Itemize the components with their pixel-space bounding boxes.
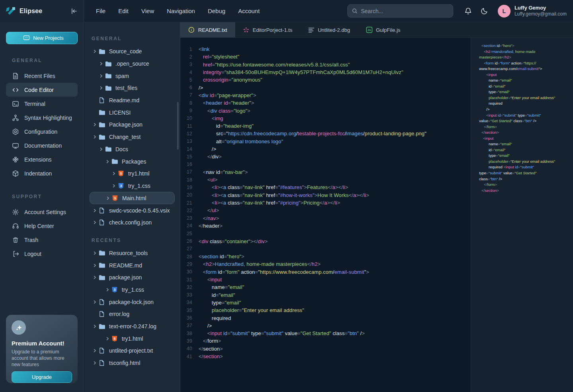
menu-item-account[interactable]: Account [232,4,266,18]
sidebar-item-terminal[interactable]: Terminal [6,97,78,111]
chevron-right-icon[interactable] [104,288,111,292]
sidebar-item-indentation[interactable]: Indentation [6,166,78,180]
menu-item-navigation[interactable]: Navigation [160,4,201,18]
chevron-right-icon[interactable] [92,361,98,365]
line-number: 14 [180,146,192,152]
chevron-right-icon[interactable] [98,86,104,90]
sidebar-item-configuration[interactable]: Configuration [6,125,78,138]
tree-item-label: README.md [109,262,142,269]
tree-item-tsconfig.html[interactable]: tsconfig.html [84,357,180,369]
chevron-right-icon[interactable] [98,74,104,78]
avatar[interactable]: L [498,5,511,18]
chevron-right-icon[interactable] [92,123,98,127]
chevron-right-icon[interactable] [111,172,117,176]
minimap[interactable]: <section id="hero"><h2>Handcrafted, home… [471,38,573,392]
sidebar-item-syntax-highlighting[interactable]: Syntax Highlighting [6,111,78,125]
tree-item-try_1.css[interactable]: 3try_1.css [84,180,180,192]
tree-item-text-error-0.247.log[interactable]: text-error-0.247.log [84,320,180,333]
tree-item-.open_source[interactable]: .open_source [84,58,180,70]
menu-item-edit[interactable]: Edit [112,4,135,18]
tree-item-package.json[interactable]: package.json [84,271,180,284]
code-text: <li><a class="nav-link" href="#pricing">… [199,200,340,206]
chevron-right-icon[interactable] [92,49,98,53]
line-number: 35 [180,308,192,313]
chevron-right-icon[interactable] [92,209,98,213]
tree-item-try1.html[interactable]: 5try1.html [84,332,180,345]
search-box[interactable] [347,4,453,18]
sidebar-item-help-center[interactable]: Help Center [6,219,78,233]
upgrade-button[interactable]: Upgrade [12,371,72,383]
tab-gulpfile-js[interactable]: JsGulpFile.js [358,22,408,37]
tree-item-try_1.css[interactable]: 3try_1.css [84,284,180,296]
dark-mode-moon-icon[interactable] [478,5,491,17]
tab-editorporject-1-ts[interactable]: EditorPorject-1.ts [235,22,300,37]
user-email: Luffy.gemoy@gmail.com [515,11,567,17]
sidebar-item-account-settings[interactable]: Account Settings [6,205,78,219]
menu-item-view[interactable]: View [135,4,160,18]
tree-item-source_code[interactable]: Source_code [84,45,180,58]
chevron-right-icon[interactable] [92,263,98,267]
sidebar-item-extensions[interactable]: Extensions [6,152,78,166]
tree-item-readme.md[interactable]: README.md [84,259,180,271]
tree-item-try1.html[interactable]: 5try1.html [84,168,180,180]
sidebar-item-logout[interactable]: Logout [6,247,78,261]
code-line: 31<input [180,276,471,283]
tree-item-test_files[interactable]: test_files [84,82,180,94]
chevron-right-icon[interactable] [92,324,98,328]
chevron-right-icon[interactable] [92,349,98,353]
chevron-right-icon[interactable] [92,220,98,224]
tree-item-licensi[interactable]: LICENSI [84,106,180,119]
tab-untlited-2-dbg[interactable]: Untlited-2.dbg [300,22,358,37]
sidebar-item-label: Documentation [24,142,62,149]
chevron-right-icon[interactable] [104,337,111,341]
tree-item-main.html[interactable]: 5Main.html [90,192,175,204]
tree-item-swdc-vscode-0.5.45.vsix[interactable]: swdc-vscode-0.5.45.vsix [84,204,180,216]
tree-item-readme.md[interactable]: Readme.md [84,94,180,107]
menu-item-debug[interactable]: Debug [201,4,232,18]
line-number: 12 [180,131,192,137]
collapse-sidebar-icon[interactable] [70,7,78,15]
code-line: 13alt="original trombones logo" [180,138,471,145]
sidebar-item-trash[interactable]: Trash [6,233,78,247]
menu-item-file[interactable]: File [90,4,112,18]
chevron-right-icon[interactable] [105,196,111,200]
tree-item-package.json[interactable]: Package.json [84,119,180,131]
code-text: crossorigin="anonymous" [199,77,262,83]
sidebar-item-recent-files[interactable]: Recent Files [6,69,78,83]
code-text: /> [199,146,216,152]
chevron-right-icon[interactable] [92,300,98,304]
hierarchy-icon [12,114,19,121]
tree-scrollbar[interactable] [177,102,179,150]
chevron-right-icon[interactable] [92,275,98,279]
tree-item-label: text-error-0.247.log [109,323,156,330]
tree-item-resuorce_tools[interactable]: Resuorce_tools [84,247,180,259]
html-icon: 5 [111,335,118,342]
chevron-right-icon[interactable] [92,135,98,139]
sidebar-item-code-editor[interactable]: Code Editor [6,83,78,97]
chevron-right-icon[interactable] [111,184,117,188]
chevron-right-icon[interactable] [98,62,104,66]
sidebar-item-label: Help Center [24,223,54,229]
tree-item-untlited-project.txt[interactable]: untlited-project.txt [84,345,180,357]
tab-readme-txt[interactable]: iREADME.txt [180,22,235,37]
chevron-right-icon[interactable] [92,251,98,255]
code-editor[interactable]: 1<link2rel="stylesheet"3href="https://us… [180,38,471,392]
tree-item-package-lock.json[interactable]: package-lock.json [84,296,180,308]
search-input[interactable] [361,8,440,14]
tree-item-packages[interactable]: Packages [84,155,180,168]
line-number: 32 [180,285,192,290]
tree-item-error.log[interactable]: error.log [84,308,180,320]
tree-item-docs[interactable]: Docs [84,143,180,156]
tree-item-change_test[interactable]: Change_test [84,131,180,143]
premium-title: Premium Account! [12,340,72,347]
line-number: 15 [180,154,192,160]
notifications-bell-icon[interactable] [462,5,474,18]
new-projects-button[interactable]: New Projects [6,32,78,44]
code-text: <link [199,46,210,52]
tree-item-check.config.json[interactable]: check.config.json [84,216,180,229]
tree-item-spam[interactable]: spam [84,70,180,82]
sidebar-item-documentation[interactable]: Documentation [6,138,78,152]
code-text: alt="original trombones logo" [199,138,283,144]
chevron-right-icon[interactable] [98,147,104,151]
chevron-right-icon[interactable] [104,160,111,164]
